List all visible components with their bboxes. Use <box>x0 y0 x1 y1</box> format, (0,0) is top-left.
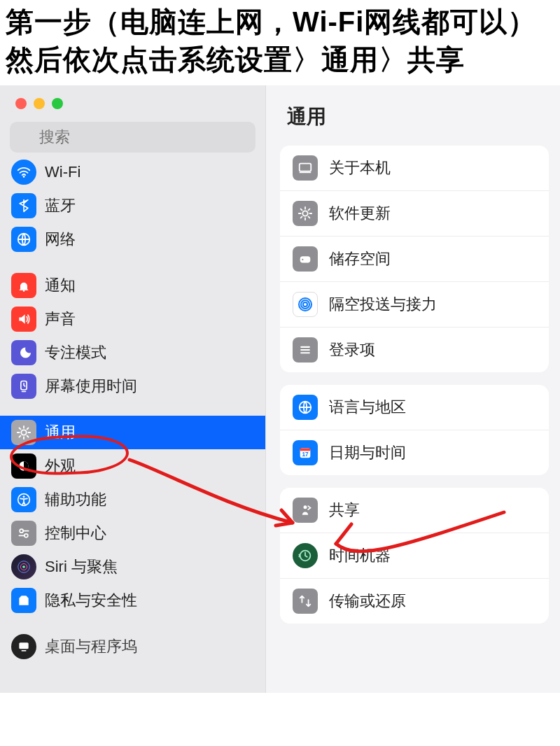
panel-item-sharing[interactable]: 共享 <box>280 488 549 533</box>
sidebar-item-label: 控制中心 <box>45 523 106 544</box>
sidebar: Wi-Fi 蓝牙 网络 通知 <box>0 85 266 693</box>
content-pane: 通用 关于本机 软件更新 储存空间 <box>266 85 560 693</box>
panel-item-storage[interactable]: 储存空间 <box>280 237 549 282</box>
panel-item-label: 共享 <box>329 500 360 521</box>
sidebar-item-siri[interactable]: Siri 与聚焦 <box>0 550 265 584</box>
sidebar-item-label: 外观 <box>45 456 76 477</box>
search-input[interactable] <box>10 122 255 153</box>
sidebar-item-bluetooth[interactable]: 蓝牙 <box>0 189 265 223</box>
panel-item-label: 日期与时间 <box>329 442 406 463</box>
sharing-icon <box>293 498 318 523</box>
transfer-icon <box>293 589 318 614</box>
panel-item-about[interactable]: 关于本机 <box>280 146 549 191</box>
date-time-icon: 17 <box>293 440 318 465</box>
svg-point-16 <box>22 565 25 568</box>
svg-point-25 <box>301 300 309 309</box>
panel-item-label: 语言与地区 <box>329 397 406 418</box>
panel-item-language[interactable]: 语言与地区 <box>280 385 549 430</box>
panel-group-2: 语言与地区 17 日期与时间 <box>280 385 549 475</box>
svg-rect-17 <box>19 642 28 649</box>
airdrop-icon <box>293 292 318 317</box>
panel-group-3: 共享 时间机器 传输或还原 <box>280 488 549 624</box>
panel-item-label: 软件更新 <box>329 203 391 224</box>
privacy-icon <box>11 588 36 613</box>
svg-point-34 <box>304 505 307 509</box>
sidebar-item-screen-time[interactable]: 屏幕使用时间 <box>0 370 265 403</box>
sidebar-item-control-center[interactable]: 控制中心 <box>0 516 265 550</box>
sound-icon <box>11 307 36 332</box>
sidebar-item-label: 通知 <box>45 275 76 296</box>
minimize-button[interactable] <box>34 98 45 109</box>
zoom-button[interactable] <box>52 98 63 109</box>
sidebar-item-label: 隐私与安全性 <box>45 590 137 611</box>
svg-rect-19 <box>300 164 312 171</box>
panel-item-login-items[interactable]: 登录项 <box>280 328 549 372</box>
time-machine-icon <box>293 543 318 568</box>
notifications-icon <box>11 273 36 298</box>
sidebar-item-label: 专注模式 <box>45 342 106 363</box>
svg-text:17: 17 <box>302 451 309 458</box>
about-icon <box>293 155 318 181</box>
svg-point-23 <box>302 259 303 260</box>
panel-item-label: 隔空投送与接力 <box>329 294 437 315</box>
svg-point-4 <box>23 290 25 292</box>
appearance-icon <box>11 453 36 479</box>
content-title: 通用 <box>266 85 560 146</box>
sidebar-item-label: Wi-Fi <box>45 163 80 181</box>
storage-icon <box>293 246 318 272</box>
sidebar-list: Wi-Fi 蓝牙 网络 通知 <box>0 160 265 693</box>
traffic-lights <box>0 85 265 119</box>
svg-point-9 <box>23 495 25 498</box>
control-center-icon <box>11 521 36 546</box>
svg-point-24 <box>303 302 307 307</box>
panel-item-label: 关于本机 <box>329 157 391 178</box>
panel-item-airdrop[interactable]: 隔空投送与接力 <box>280 282 549 328</box>
svg-rect-22 <box>300 256 311 262</box>
general-icon <box>11 420 36 445</box>
sidebar-item-sound[interactable]: 声音 <box>0 302 265 336</box>
sidebar-item-label: 通用 <box>45 422 76 443</box>
panel-item-software-update[interactable]: 软件更新 <box>280 191 549 237</box>
sidebar-item-notifications[interactable]: 通知 <box>0 269 265 302</box>
panel-item-label: 时间机器 <box>329 545 391 566</box>
sidebar-item-focus[interactable]: 专注模式 <box>0 336 265 370</box>
sidebar-item-label: 蓝牙 <box>45 195 76 216</box>
svg-point-6 <box>21 430 26 435</box>
sidebar-item-general[interactable]: 通用 <box>0 416 265 449</box>
sidebar-item-label: 桌面与程序坞 <box>45 636 137 657</box>
panel-item-label: 登录项 <box>329 339 375 360</box>
login-items-icon <box>293 337 318 363</box>
panel-item-label: 储存空间 <box>329 248 391 269</box>
instruction-text: 第一步（电脑连上网，Wi-Fi网线都可以）然后依次点击系统设置〉通用〉共享 <box>0 0 560 85</box>
settings-window: Wi-Fi 蓝牙 网络 通知 <box>0 85 560 693</box>
panel-group-1: 关于本机 软件更新 储存空间 隔空投送与接力 <box>280 146 549 372</box>
sidebar-item-appearance[interactable]: 外观 <box>0 449 265 483</box>
sidebar-item-network[interactable]: 网络 <box>0 223 265 256</box>
accessibility-icon <box>11 487 36 512</box>
network-icon <box>11 227 36 252</box>
language-icon <box>293 395 318 420</box>
sidebar-item-privacy[interactable]: 隐私与安全性 <box>0 584 265 617</box>
sidebar-item-label: 网络 <box>45 229 76 250</box>
sidebar-item-desktop[interactable]: 桌面与程序坞 <box>0 630 265 663</box>
panel-item-transfer[interactable]: 传输或还原 <box>280 579 549 624</box>
svg-rect-18 <box>22 650 27 652</box>
sidebar-item-label: 辅助功能 <box>45 489 106 510</box>
bluetooth-icon <box>11 193 36 218</box>
siri-icon <box>11 554 36 579</box>
close-button[interactable] <box>15 98 27 109</box>
sidebar-item-label: 声音 <box>45 309 76 330</box>
sidebar-item-wifi[interactable]: Wi-Fi <box>0 160 265 189</box>
svg-point-21 <box>302 211 307 216</box>
svg-point-2 <box>23 176 25 178</box>
focus-icon <box>11 340 36 365</box>
panel-item-label: 传输或还原 <box>329 591 406 612</box>
panel-item-time-machine[interactable]: 时间机器 <box>280 533 549 579</box>
desktop-icon <box>11 634 36 659</box>
panel-item-date-time[interactable]: 17 日期与时间 <box>280 430 549 475</box>
wifi-icon <box>11 160 36 185</box>
screen-time-icon <box>11 374 36 399</box>
sidebar-item-accessibility[interactable]: 辅助功能 <box>0 483 265 516</box>
sidebar-item-label: 屏幕使用时间 <box>45 376 137 397</box>
sidebar-item-label: Siri 与聚焦 <box>45 556 118 577</box>
